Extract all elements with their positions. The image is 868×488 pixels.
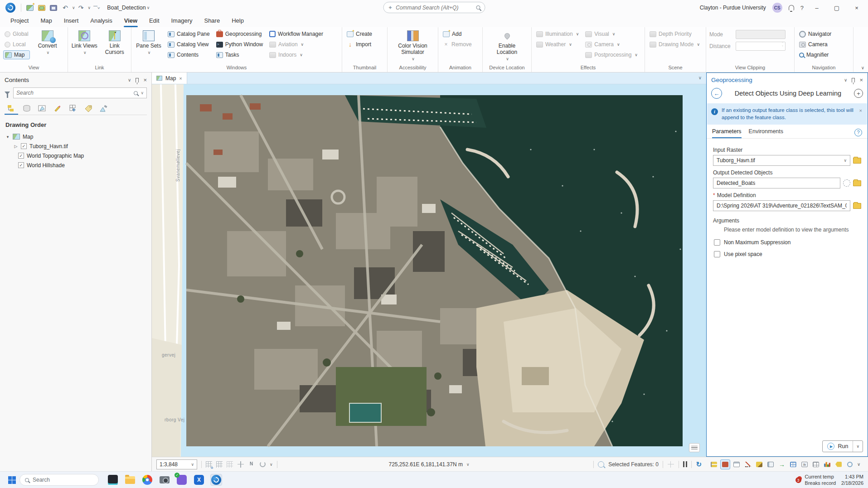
chart-shortcut[interactable] (822, 459, 832, 469)
overflow-chevron[interactable]: ∨ (857, 462, 860, 467)
refresh-icon[interactable]: ↻ (696, 460, 702, 469)
weather-text[interactable]: Current temp Breaks record (805, 474, 836, 487)
add-to-favorites-icon[interactable]: + (854, 89, 863, 98)
tab-project[interactable]: Project (5, 15, 34, 27)
undo-button[interactable]: ↶ (59, 2, 71, 13)
taskbar-search[interactable]: Search (19, 474, 99, 486)
pin-icon[interactable] (136, 78, 139, 82)
forward-shortcut[interactable]: → (777, 459, 787, 469)
pane-menu-chevron[interactable]: ∨ (128, 77, 131, 82)
browse-folder-icon[interactable] (853, 203, 861, 209)
filter-funnel-icon[interactable] (5, 92, 10, 95)
contents-search-box[interactable]: ∨ (13, 87, 147, 98)
tab-imagery[interactable]: Imagery (165, 15, 199, 27)
search-layers-shortcut[interactable] (845, 459, 855, 469)
convert-button[interactable]: Convert∨ (34, 29, 62, 55)
spatial-constraint-icon[interactable] (667, 461, 674, 468)
add-grid-icon[interactable] (206, 461, 212, 468)
navigator-button[interactable]: Navigator (798, 29, 833, 39)
postprocessing-button[interactable]: Postprocessing∨ (584, 50, 639, 59)
tab-help[interactable]: Help (226, 15, 250, 27)
rotate-view-icon[interactable] (260, 461, 266, 467)
blue-app-button[interactable]: X (193, 474, 205, 486)
chevron-down-icon[interactable]: ∨ (270, 462, 273, 467)
restore-button[interactable]: ▢ (830, 5, 844, 11)
close-button[interactable]: × (850, 5, 863, 11)
minimize-button[interactable]: – (810, 5, 824, 11)
catalog-view-button[interactable]: Catalog View (166, 40, 211, 49)
chat-app-button[interactable]: ✓ (176, 474, 188, 486)
run-options-chevron[interactable]: ∨ (853, 444, 863, 449)
camera-effects-button[interactable]: Camera∨ (584, 40, 639, 49)
drawing-mode-button[interactable]: Drawing Mode∨ (648, 40, 701, 49)
clipping-mode-input[interactable] (736, 30, 786, 39)
coordinates-readout[interactable]: 725,252.61E 6,181,141.37N m ∨ (388, 461, 469, 468)
tree-item-layer[interactable]: ✓ World Hillshade (0, 160, 151, 170)
geoprocessing-shortcut[interactable] (720, 459, 730, 469)
aviation-button[interactable]: Aviation∨ (268, 40, 325, 49)
app-icon-dark[interactable] (107, 474, 119, 486)
pin-icon[interactable] (852, 78, 855, 82)
tab-list-by-snapping[interactable] (66, 103, 80, 115)
browse-folder-icon[interactable] (853, 158, 861, 164)
visual-effects-button[interactable]: Visual∨ (584, 29, 639, 39)
catalog-pane-button[interactable]: Catalog Pane (166, 29, 211, 39)
illumination-button[interactable]: Illumination∨ (535, 29, 580, 39)
tab-share[interactable]: Share (198, 15, 226, 27)
layer-visibility-checkbox[interactable]: ✓ (21, 143, 27, 149)
bookmark-shortcut[interactable] (834, 459, 844, 469)
start-button[interactable] (8, 476, 16, 484)
tab-list-by-data-source[interactable] (20, 103, 34, 115)
label-shortcut[interactable] (754, 459, 764, 469)
help-icon[interactable]: ? (854, 129, 862, 136)
tab-list-by-labeling[interactable] (82, 103, 95, 115)
pixel-space-checkbox-row[interactable]: Use pixel space (714, 251, 861, 257)
expanded-expander-icon[interactable]: ▾ (5, 135, 10, 139)
command-search[interactable]: ✦ (383, 2, 485, 13)
enable-location-button[interactable]: Enable Location∨ (489, 29, 525, 61)
pixel-space-checkbox[interactable] (714, 251, 720, 257)
tab-map[interactable]: Map (34, 15, 58, 27)
collapsed-expander-icon[interactable]: ▷ (14, 144, 18, 149)
grid-icon[interactable] (216, 461, 223, 468)
close-pane-icon[interactable]: × (859, 77, 863, 83)
model-definition-input[interactable]: D:\Spring 2026\AT 319\Adventure_021826\T… (713, 200, 850, 211)
thumbnail-create-button[interactable]: Create (345, 29, 373, 39)
camera-app-button[interactable] (159, 474, 170, 486)
local-button[interactable]: Local (3, 40, 30, 49)
raster-functions-shortcut[interactable] (788, 459, 798, 469)
output-objects-input[interactable]: Detected_Boats (713, 178, 840, 188)
animation-remove-button[interactable]: ×Remove (441, 40, 473, 49)
weather-button[interactable]: Weather∨ (535, 40, 580, 49)
tab-view[interactable]: View (118, 15, 143, 27)
animation-add-button[interactable]: Add (441, 29, 473, 39)
arcgis-pro-taskbar-button[interactable] (210, 474, 222, 486)
navigation-camera-button[interactable]: Camera (798, 40, 833, 49)
tree-item-map[interactable]: ▾ Map (0, 132, 151, 141)
close-pane-icon[interactable]: × (143, 77, 147, 83)
search-options-chevron[interactable]: ∨ (141, 91, 144, 95)
project-name-dropdown[interactable]: ∨ (147, 5, 150, 10)
magnifier-button[interactable]: Magnifier (798, 50, 833, 59)
geoprocessing-button[interactable]: Geoprocessing (215, 29, 264, 39)
tab-edit[interactable]: Edit (143, 15, 165, 27)
clipping-distance-input[interactable] (736, 42, 786, 51)
depth-priority-button[interactable]: Depth Priority (648, 29, 701, 39)
tab-strip-chevron[interactable]: ∨ (698, 75, 702, 80)
tasks-shortcut[interactable] (766, 459, 776, 469)
measure-shortcut[interactable] (743, 459, 753, 469)
tab-analysis[interactable]: Analysis (84, 15, 118, 27)
map-view-button[interactable]: Map (3, 50, 30, 59)
contents-button[interactable]: Contents (166, 50, 211, 59)
browse-folder-icon[interactable] (853, 180, 861, 186)
link-cursors-button[interactable]: Link Cursors (102, 29, 128, 56)
account-name[interactable]: Clayton - Purdue University (700, 5, 766, 11)
layer-visibility-checkbox[interactable]: ✓ (18, 162, 24, 168)
pane-menu-chevron[interactable]: ∨ (844, 77, 847, 82)
nms-checkbox[interactable] (714, 239, 720, 246)
map-scale-combo[interactable]: 1:3,848 ∨ (156, 459, 197, 469)
workflow-manager-button[interactable]: Workflow Manager (268, 29, 325, 39)
thumbnail-import-button[interactable]: ↓Import (345, 40, 373, 49)
customize-qat-button[interactable]: ⎺∨ (91, 2, 102, 13)
tab-insert[interactable]: Insert (58, 15, 85, 27)
